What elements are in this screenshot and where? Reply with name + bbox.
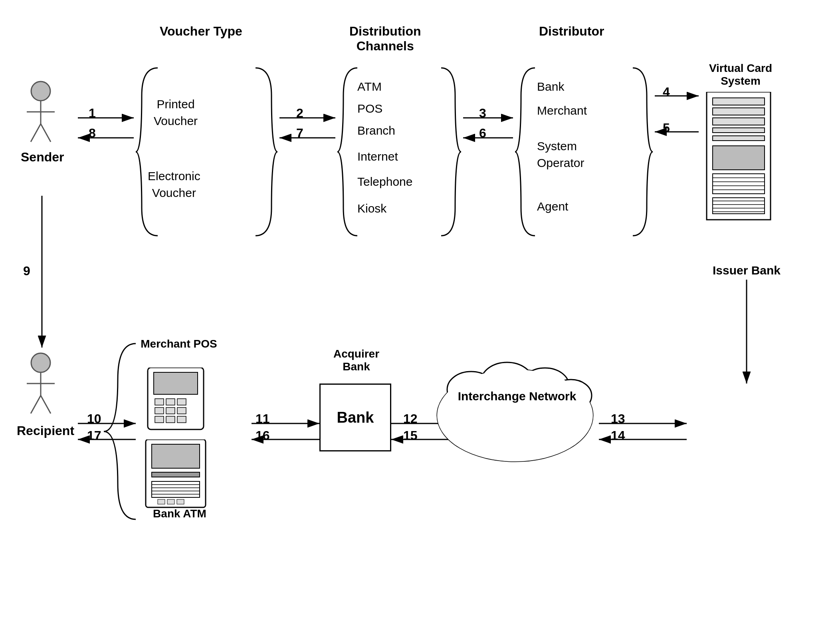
dist-box-svg <box>335 64 463 240</box>
header-distributor: Distributor <box>539 24 604 39</box>
svg-rect-55 <box>154 372 198 394</box>
step-11: 11 <box>256 411 270 426</box>
sender-svg <box>25 80 57 144</box>
step-9: 9 <box>23 264 30 278</box>
svg-rect-36 <box>713 136 765 141</box>
electronic-voucher-label: ElectronicVoucher <box>148 168 200 201</box>
atm-device-svg <box>136 439 216 509</box>
svg-rect-66 <box>152 444 200 468</box>
step-16: 16 <box>256 428 270 443</box>
svg-rect-62 <box>155 416 164 423</box>
step-7: 7 <box>296 126 303 141</box>
svg-rect-73 <box>158 499 165 504</box>
svg-rect-61 <box>177 407 186 414</box>
step-13: 13 <box>611 411 625 426</box>
interchange-network-cloud: Interchange Network <box>431 360 599 473</box>
header-voucher-type: Voucher Type <box>160 24 242 39</box>
svg-line-25 <box>41 124 51 142</box>
svg-point-21 <box>31 81 50 101</box>
voucher-box-svg <box>134 64 279 240</box>
diagram-container: Voucher Type DistributionChannels Distri… <box>0 0 840 638</box>
svg-rect-64 <box>177 416 186 423</box>
pos-device-svg <box>136 368 216 431</box>
svg-rect-58 <box>177 399 186 405</box>
step-3: 3 <box>479 106 486 121</box>
svg-rect-74 <box>167 499 174 504</box>
merchant-label: Merchant <box>537 104 587 117</box>
distribution-channels-box: ATM POS Branch Internet Telephone Kiosk <box>335 64 463 240</box>
server-svg <box>699 92 779 252</box>
step-15: 15 <box>403 428 418 443</box>
voucher-type-box: PrintedVoucher ElectronicVoucher <box>134 64 279 240</box>
step-1: 1 <box>89 106 96 121</box>
bank-box: Bank <box>319 384 391 451</box>
svg-rect-59 <box>155 407 164 414</box>
recipient-label: Recipient <box>17 423 74 438</box>
svg-rect-60 <box>166 407 175 414</box>
header-distribution-channels: DistributionChannels <box>349 24 421 54</box>
recipient-figure <box>25 352 57 417</box>
system-operator-label: SystemOperator <box>537 138 584 171</box>
sender-figure <box>25 80 57 145</box>
svg-rect-32 <box>713 98 765 105</box>
step-8: 8 <box>89 126 96 141</box>
atm-label: ATM <box>357 80 382 93</box>
svg-rect-57 <box>166 399 175 405</box>
step-4: 4 <box>663 85 670 99</box>
merchant-pos-label: Merchant POS <box>139 338 219 350</box>
step-10: 10 <box>87 411 101 426</box>
bank-atm-device <box>136 439 216 509</box>
step-6: 6 <box>479 126 486 141</box>
step-17: 17 <box>87 428 101 443</box>
svg-rect-67 <box>152 472 200 477</box>
printed-voucher-label: PrintedVoucher <box>154 96 198 129</box>
agent-label: Agent <box>537 200 568 213</box>
cloud-svg <box>431 360 599 471</box>
sender-label: Sender <box>21 150 64 165</box>
step-5: 5 <box>663 121 670 135</box>
recipient-svg <box>25 352 57 415</box>
distributor-box: Bank Merchant SystemOperator Agent <box>513 64 655 240</box>
svg-rect-75 <box>177 499 184 504</box>
svg-point-26 <box>31 353 50 372</box>
server-drawing <box>699 92 779 252</box>
step-12: 12 <box>403 411 418 426</box>
interchange-network-label: Interchange Network <box>455 390 579 403</box>
pos-label: POS <box>357 102 382 115</box>
telephone-label: Telephone <box>357 175 412 189</box>
step-2: 2 <box>296 106 303 121</box>
svg-rect-33 <box>713 108 765 115</box>
svg-rect-37 <box>713 146 765 170</box>
virtual-card-system-label: Virtual CardSystem <box>691 62 790 87</box>
issuer-bank-label: Issuer Bank <box>703 264 790 277</box>
svg-rect-63 <box>166 416 175 423</box>
svg-rect-56 <box>155 399 164 405</box>
svg-line-29 <box>31 396 41 413</box>
svg-line-24 <box>31 124 41 142</box>
svg-point-53 <box>437 370 593 461</box>
svg-rect-34 <box>713 118 765 125</box>
acquirer-bank-label: AcquirerBank <box>319 348 393 373</box>
step-14: 14 <box>611 428 625 443</box>
svg-line-30 <box>41 396 51 413</box>
bank-distributor-label: Bank <box>537 80 564 93</box>
merchant-pos-device <box>136 368 216 431</box>
branch-label: Branch <box>357 124 395 137</box>
svg-rect-35 <box>713 128 765 133</box>
kiosk-label: Kiosk <box>357 202 386 215</box>
internet-label: Internet <box>357 150 398 163</box>
